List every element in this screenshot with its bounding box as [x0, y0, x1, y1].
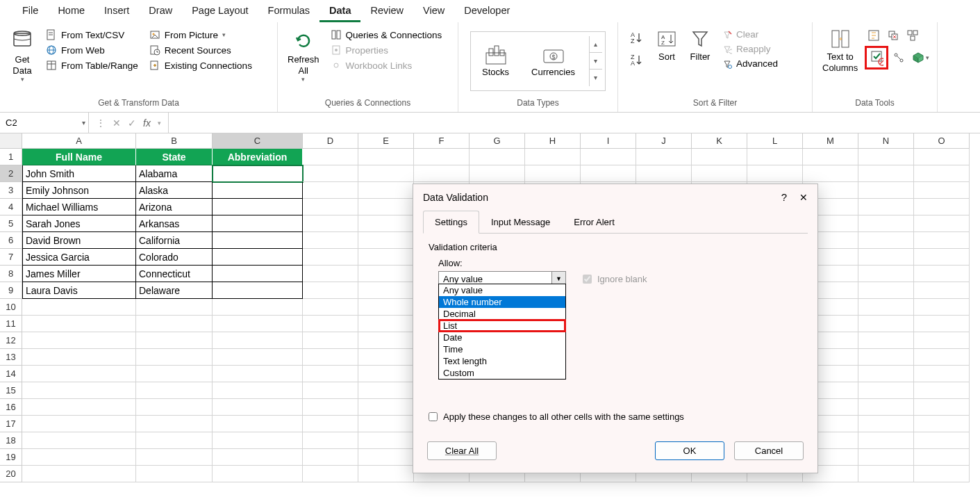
cell-D4[interactable] — [303, 199, 358, 215]
cell-B13[interactable] — [136, 349, 213, 366]
column-header-L[interactable]: L — [747, 133, 803, 149]
cell-E12[interactable] — [358, 332, 414, 349]
cell-O19[interactable] — [914, 449, 970, 466]
cell-I1[interactable] — [581, 149, 636, 165]
dialog-tab-input-message[interactable]: Input Message — [479, 211, 562, 234]
ribbon-tab-developer[interactable]: Developer — [454, 1, 520, 22]
cell-N18[interactable] — [858, 432, 914, 449]
cell-E8[interactable] — [358, 266, 414, 282]
cell-E10[interactable] — [358, 299, 414, 316]
cell-B1[interactable]: State — [136, 149, 213, 165]
row-header-14[interactable]: 14 — [0, 366, 22, 382]
cell-A2[interactable]: John Smith — [22, 165, 136, 182]
cell-D1[interactable] — [303, 149, 358, 165]
cell-O16[interactable] — [914, 399, 970, 416]
clear-all-button[interactable]: Clear All — [427, 441, 497, 460]
cell-E16[interactable] — [358, 399, 414, 416]
cell-E17[interactable] — [358, 416, 414, 432]
cell-N12[interactable] — [858, 332, 914, 349]
cell-B3[interactable]: Alaska — [136, 182, 213, 199]
formula-input[interactable] — [169, 113, 980, 133]
cell-E14[interactable] — [358, 366, 414, 382]
ribbon-tab-insert[interactable]: Insert — [94, 1, 139, 22]
cell-O11[interactable] — [914, 316, 970, 332]
cell-E15[interactable] — [358, 382, 414, 399]
fx-icon[interactable]: fx — [140, 116, 153, 130]
cell-B11[interactable] — [136, 316, 213, 332]
cell-D7[interactable] — [303, 249, 358, 266]
cell-O13[interactable] — [914, 349, 970, 366]
cell-N20[interactable] — [858, 466, 914, 482]
advanced-filter-button[interactable]: Advanced — [718, 57, 782, 70]
cell-N2[interactable] — [858, 165, 914, 182]
column-header-G[interactable]: G — [470, 133, 525, 149]
cell-C20[interactable] — [213, 466, 303, 482]
allow-option-whole-number[interactable]: Whole number — [439, 296, 565, 308]
cell-D5[interactable] — [303, 215, 358, 232]
cell-K1[interactable] — [692, 149, 747, 165]
ribbon-tab-formulas[interactable]: Formulas — [258, 1, 319, 22]
select-all-corner[interactable] — [0, 133, 22, 149]
cell-E19[interactable] — [358, 449, 414, 466]
sort-button[interactable]: AZ Sort — [651, 25, 682, 65]
ribbon-tab-home[interactable]: Home — [48, 1, 94, 22]
cell-A3[interactable]: Emily Johnson — [22, 182, 136, 199]
from-web-button[interactable]: From Web — [42, 43, 142, 57]
cell-A13[interactable] — [22, 349, 136, 366]
cell-A19[interactable] — [22, 449, 136, 466]
queries-connections-button[interactable]: Queries & Connections — [326, 28, 447, 42]
cell-J2[interactable] — [636, 165, 692, 182]
ribbon-tab-view[interactable]: View — [413, 1, 454, 22]
cell-E7[interactable] — [358, 249, 414, 266]
cell-O3[interactable] — [914, 182, 970, 199]
cell-B12[interactable] — [136, 332, 213, 349]
data-validation-button[interactable] — [865, 46, 888, 70]
relationships-icon[interactable] — [890, 46, 908, 70]
cell-C17[interactable] — [213, 416, 303, 432]
row-header-3[interactable]: 3 — [0, 182, 22, 199]
cell-N16[interactable] — [858, 399, 914, 416]
cell-O10[interactable] — [914, 299, 970, 316]
cell-N14[interactable] — [858, 366, 914, 382]
cell-C12[interactable] — [213, 332, 303, 349]
cell-D9[interactable] — [303, 282, 358, 299]
cell-B2[interactable]: Alabama — [136, 165, 213, 182]
cell-E11[interactable] — [358, 316, 414, 332]
allow-option-date[interactable]: Date — [439, 332, 565, 343]
cell-D13[interactable] — [303, 349, 358, 366]
row-header-10[interactable]: 10 — [0, 299, 22, 316]
cell-D15[interactable] — [303, 382, 358, 399]
cell-A20[interactable] — [22, 466, 136, 482]
dialog-tab-settings[interactable]: Settings — [423, 211, 479, 234]
from-table-range-button[interactable]: From Table/Range — [42, 58, 142, 72]
cell-B9[interactable]: Delaware — [136, 282, 213, 299]
cell-B18[interactable] — [136, 432, 213, 449]
cell-D16[interactable] — [303, 399, 358, 416]
cell-C2[interactable] — [213, 165, 303, 182]
cell-C13[interactable] — [213, 349, 303, 366]
cell-A4[interactable]: Michael Williams — [22, 199, 136, 215]
cell-N1[interactable] — [858, 149, 914, 165]
cell-B15[interactable] — [136, 382, 213, 399]
row-header-16[interactable]: 16 — [0, 399, 22, 416]
column-header-H[interactable]: H — [525, 133, 581, 149]
cell-E18[interactable] — [358, 432, 414, 449]
cell-O17[interactable] — [914, 416, 970, 432]
cell-F2[interactable] — [414, 165, 470, 182]
cell-N7[interactable] — [858, 249, 914, 266]
row-header-12[interactable]: 12 — [0, 332, 22, 349]
dialog-help-button[interactable]: ? — [781, 191, 787, 203]
cell-N9[interactable] — [858, 282, 914, 299]
formula-expand-icon[interactable]: ▾ — [155, 118, 164, 128]
allow-option-any-value[interactable]: Any value — [439, 284, 565, 296]
cell-B7[interactable]: Colorado — [136, 249, 213, 266]
row-header-18[interactable]: 18 — [0, 432, 22, 449]
cell-I2[interactable] — [581, 165, 636, 182]
cell-O2[interactable] — [914, 165, 970, 182]
cell-N5[interactable] — [858, 215, 914, 232]
row-header-2[interactable]: 2 — [0, 165, 22, 182]
cell-E4[interactable] — [358, 199, 414, 215]
cell-D10[interactable] — [303, 299, 358, 316]
get-data-button[interactable]: Get Data ▾ — [6, 25, 39, 86]
cell-D12[interactable] — [303, 332, 358, 349]
